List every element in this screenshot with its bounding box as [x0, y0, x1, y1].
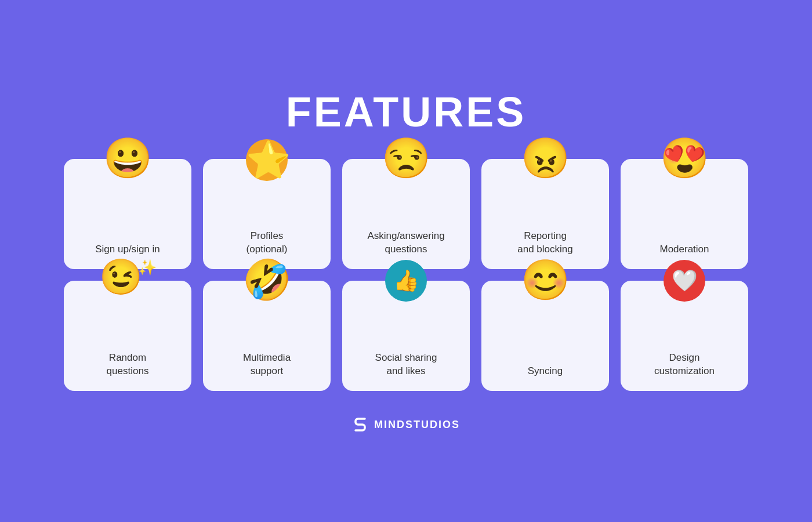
label-syncing: Syncing — [522, 365, 568, 378]
card-sign-up: 😀 Sign up/sign in — [64, 159, 191, 269]
icon-design-customization: 🤍 — [664, 260, 705, 302]
emoji-asking-answering: 😒 — [382, 138, 431, 177]
emoji-profiles: ⭐ — [246, 139, 288, 181]
card-profiles: ⭐ Profiles(optional) — [203, 159, 331, 269]
card-reporting-blocking: 😠 Reportingand blocking — [481, 159, 609, 269]
features-grid: 😀 Sign up/sign in ⭐ Profiles(optional) 😒… — [64, 159, 748, 391]
emoji-reporting-blocking: 😠 — [521, 138, 570, 177]
brand-name: MINDSTUDIOS — [374, 419, 460, 431]
emoji-sign-up: 😀 — [103, 138, 153, 177]
card-design-customization: 🤍 Designcustomization — [621, 281, 748, 391]
emoji-random-questions: 😉✨ — [99, 260, 157, 295]
label-multimedia-support: Multimediasupport — [237, 351, 296, 378]
card-multimedia-support: 🤣 Multimediasupport — [203, 281, 331, 391]
footer: MINDSTUDIOS — [352, 415, 460, 434]
label-profiles: Profiles(optional) — [241, 230, 293, 256]
label-sign-up: Sign up/sign in — [89, 243, 166, 256]
label-design-customization: Designcustomization — [648, 351, 720, 378]
emoji-multimedia-support: 🤣 — [242, 260, 292, 299]
card-asking-answering: 😒 Asking/answeringquestions — [342, 159, 470, 269]
icon-social-sharing: 👍 — [385, 260, 427, 302]
emoji-moderation: 😍 — [660, 138, 709, 177]
label-asking-answering: Asking/answeringquestions — [361, 230, 450, 256]
card-syncing: 😊 Syncing — [481, 281, 609, 391]
card-social-sharing: 👍 Social sharingand likes — [342, 281, 470, 391]
label-random-questions: Randomquestions — [101, 351, 155, 378]
logo-icon — [352, 415, 368, 434]
label-social-sharing: Social sharingand likes — [369, 351, 443, 378]
card-random-questions: 😉✨ Randomquestions — [64, 281, 191, 391]
label-moderation: Moderation — [654, 243, 715, 256]
card-moderation: 😍 Moderation — [621, 159, 748, 269]
emoji-syncing: 😊 — [521, 260, 570, 299]
label-reporting-blocking: Reportingand blocking — [512, 230, 578, 256]
page-title: FEATURES — [286, 88, 527, 136]
